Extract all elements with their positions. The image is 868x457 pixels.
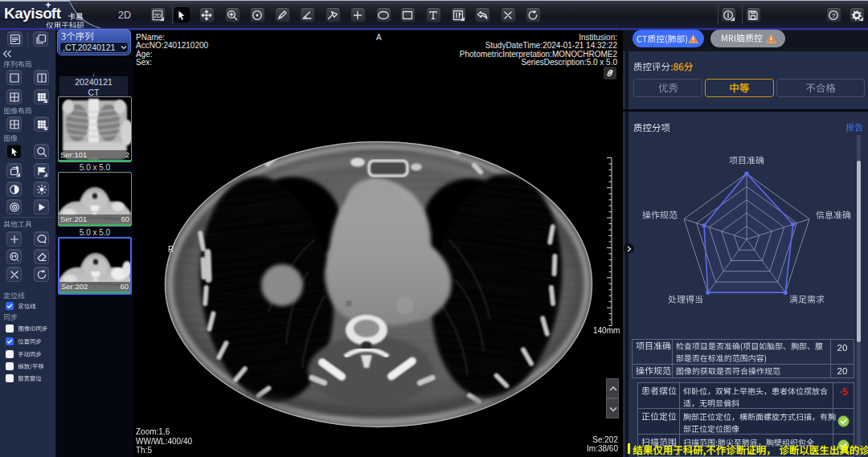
svg-text:?: ?	[832, 11, 835, 18]
svg-text:2D: 2D	[154, 11, 162, 18]
